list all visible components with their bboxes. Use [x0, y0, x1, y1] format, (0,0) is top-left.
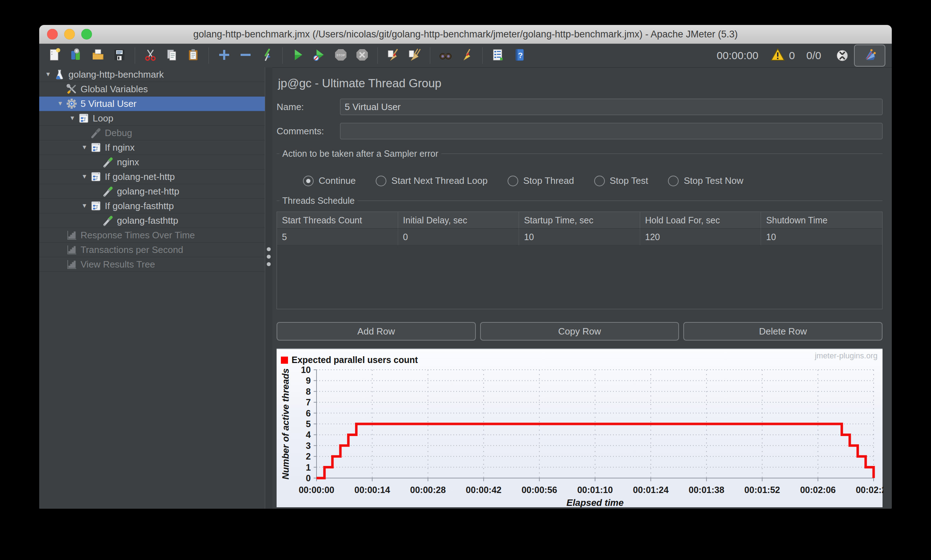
- tree-item-label: nginx: [117, 157, 139, 168]
- radio-stop-test[interactable]: Stop Test: [594, 175, 648, 186]
- tree-item-golang-fasthttp[interactable]: golang-fasthttp: [39, 213, 265, 228]
- search-button[interactable]: [436, 46, 455, 65]
- threads-schedule-group: Threads Schedule Start Threads CountInit…: [277, 195, 883, 309]
- tree-item-response-times-over-time[interactable]: Response Times Over Time: [39, 228, 265, 243]
- log-warnings[interactable]: 0: [770, 47, 795, 65]
- toolbar-separator: [208, 48, 209, 64]
- start-no-timers-icon: [311, 47, 327, 64]
- tree-item-label: If golang-fasthttp: [105, 200, 174, 212]
- stop-button[interactable]: STOP: [331, 46, 350, 65]
- column-header[interactable]: Shutdown Time: [761, 212, 882, 229]
- tree-item-label: Loop: [92, 113, 113, 124]
- svg-text:5: 5: [306, 419, 311, 429]
- shutdown-button[interactable]: [353, 46, 372, 65]
- name-input[interactable]: [340, 98, 883, 115]
- radio-stop-test-now[interactable]: Stop Test Now: [668, 175, 743, 186]
- tree-item-nginx[interactable]: nginx: [39, 155, 265, 169]
- expander-icon[interactable]: ▼: [43, 71, 54, 78]
- tree-item-if-golang-net-http[interactable]: ▼If golang-net-http: [39, 169, 265, 184]
- traffic-lights: [47, 25, 92, 43]
- stop-icon: STOP: [333, 47, 348, 64]
- delete-row-button[interactable]: Delete Row: [683, 322, 883, 340]
- collapse-all-button[interactable]: [236, 46, 255, 65]
- start-button[interactable]: [288, 46, 308, 65]
- tree-item-if-golang-fasthttp[interactable]: ▼If golang-fasthttp: [39, 199, 265, 213]
- copy-button[interactable]: [162, 46, 182, 65]
- toggle-button[interactable]: [257, 46, 277, 65]
- plugins-manager-button[interactable]: [854, 45, 885, 67]
- open-file-button[interactable]: [88, 46, 108, 65]
- threads-schedule-table[interactable]: Start Threads CountInitial Delay, secSta…: [277, 212, 883, 309]
- clear-button[interactable]: [384, 46, 403, 65]
- save-button[interactable]: [110, 46, 129, 65]
- svg-text:6: 6: [306, 408, 311, 418]
- svg-text:Number of active threads: Number of active threads: [280, 368, 291, 480]
- cut-button[interactable]: [141, 46, 160, 65]
- paste-button[interactable]: [183, 46, 203, 65]
- new-file-button[interactable]: [46, 46, 65, 65]
- table-row[interactable]: 501012010: [277, 229, 882, 245]
- copy-row-button[interactable]: Copy Row: [480, 322, 679, 340]
- function-helper-button[interactable]: [488, 46, 507, 65]
- expander-icon[interactable]: ▼: [79, 144, 90, 151]
- table-cell[interactable]: 10: [761, 229, 882, 245]
- svg-text:1: 1: [306, 462, 311, 472]
- search-reset-button[interactable]: [457, 46, 476, 65]
- table-cell[interactable]: 5: [277, 229, 398, 245]
- expander-icon[interactable]: ▼: [79, 173, 90, 180]
- add-row-button[interactable]: Add Row: [277, 322, 476, 340]
- comments-input[interactable]: [340, 123, 883, 139]
- tree-item-golang-net-http[interactable]: golang-net-http: [39, 184, 265, 199]
- svg-text:00:01:52: 00:01:52: [744, 485, 780, 495]
- sampler-error-group: Action to be taken after a Sampler error…: [277, 149, 883, 186]
- radio-circle-icon: [668, 175, 679, 186]
- test-plan-icon: [54, 69, 66, 80]
- help-button[interactable]: ?: [510, 46, 529, 65]
- tree-item-transactions-per-second[interactable]: Transactions per Second: [39, 243, 265, 257]
- expander-icon[interactable]: ▼: [79, 202, 90, 209]
- tree-item-label: golang-http-benchmark: [68, 69, 163, 80]
- sampler-error-options: ContinueStart Next Thread LoopStop Threa…: [303, 175, 883, 186]
- zoom-button[interactable]: [81, 29, 92, 40]
- minimize-button[interactable]: [64, 29, 75, 40]
- tree-item-5-virtual-user[interactable]: ▼5 Virtual User: [39, 97, 265, 111]
- svg-text:?: ?: [518, 51, 523, 60]
- radio-start-next-thread-loop[interactable]: Start Next Thread Loop: [376, 175, 488, 186]
- sampler-green-icon: [102, 215, 114, 226]
- column-header[interactable]: Start Threads Count: [277, 212, 398, 229]
- tree-item-if-nginx[interactable]: ▼If nginx: [39, 140, 265, 155]
- column-header[interactable]: Hold Load For, sec: [640, 212, 761, 229]
- chart-listener-icon: [66, 258, 78, 270]
- svg-text:00:00:42: 00:00:42: [466, 485, 501, 495]
- expander-icon[interactable]: ▼: [55, 100, 66, 107]
- save-icon: [112, 47, 127, 64]
- tree-item-view-results-tree[interactable]: View Results Tree: [39, 257, 265, 272]
- tree-item-debug[interactable]: Debug: [39, 126, 265, 140]
- column-header[interactable]: Startup Time, sec: [519, 212, 640, 229]
- expand-all-button[interactable]: [214, 46, 234, 65]
- svg-text:Elapsed time: Elapsed time: [566, 497, 623, 507]
- column-header[interactable]: Initial Delay, sec: [398, 212, 519, 229]
- radio-stop-thread[interactable]: Stop Thread: [507, 175, 574, 186]
- table-cell[interactable]: 120: [640, 229, 761, 245]
- legend-swatch: [281, 357, 288, 364]
- radio-continue[interactable]: Continue: [303, 175, 356, 186]
- clear-all-button[interactable]: [405, 46, 424, 65]
- divider-grip-icon: [267, 247, 271, 266]
- start-no-timers-button[interactable]: [310, 46, 329, 65]
- table-cell[interactable]: 0: [398, 229, 519, 245]
- tree-item-loop[interactable]: ▼Loop: [39, 111, 265, 126]
- window-title: golang-http-benchmark.jmx (/Users/nicola…: [39, 29, 892, 40]
- clear-all-icon: [407, 47, 422, 64]
- content-split: ▼golang-http-benchmarkGlobal Variables▼5…: [39, 67, 892, 509]
- close-button[interactable]: [47, 29, 58, 40]
- tree-item-global-variables[interactable]: Global Variables: [39, 82, 265, 97]
- table-cell[interactable]: 10: [519, 229, 640, 245]
- title-bar[interactable]: golang-http-benchmark.jmx (/Users/nicola…: [39, 25, 892, 44]
- sampler-gray-icon: [90, 127, 102, 138]
- tree-item-golang-http-benchmark[interactable]: ▼golang-http-benchmark: [39, 67, 265, 82]
- name-row: Name:: [277, 98, 883, 115]
- templates-button[interactable]: [67, 46, 86, 65]
- expander-icon[interactable]: ▼: [67, 115, 78, 122]
- split-divider[interactable]: [265, 67, 272, 509]
